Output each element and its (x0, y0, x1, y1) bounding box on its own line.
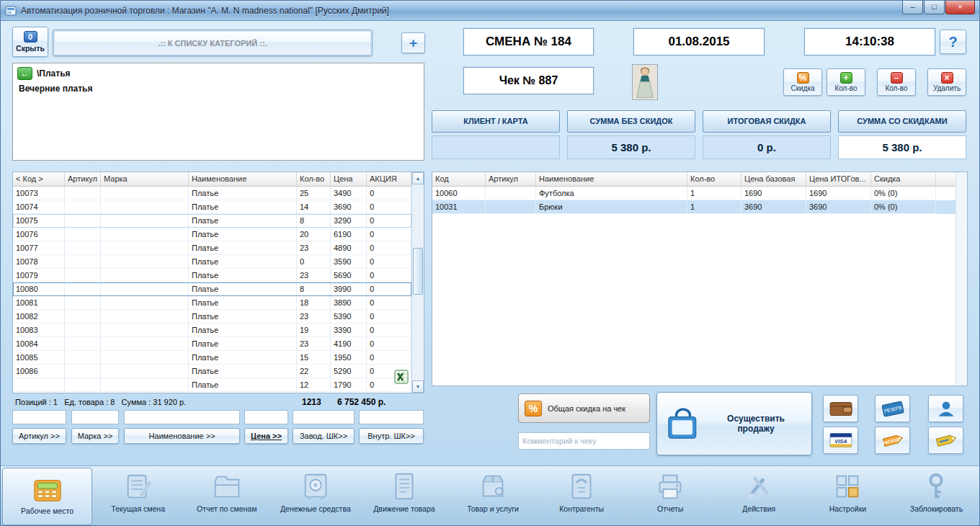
filter-button-2[interactable]: Наименование >> (124, 428, 240, 444)
catalog-status-bar: Позиций : 1 Ед. товара : 8 Сумма : 31 92… (12, 396, 424, 408)
sell-button[interactable]: Осуществить продажу (656, 392, 812, 455)
table-row[interactable]: 10073Платье2534900 (13, 187, 411, 200)
table-row[interactable]: 10085Платье1519500 (13, 351, 411, 365)
table-cell: 5390 (331, 310, 367, 324)
wallet-button[interactable] (823, 395, 858, 422)
scroll-up-icon[interactable]: ▲ (412, 172, 424, 184)
column-header[interactable]: Скидка (871, 172, 936, 186)
receipt-scrollbar-track[interactable] (956, 172, 967, 385)
safe-icon (299, 470, 332, 503)
column-header[interactable]: Код (432, 172, 486, 186)
table-row[interactable]: 10077Платье2348900 (13, 241, 411, 255)
scroll-down-icon[interactable]: ▼ (412, 380, 424, 393)
client-card-value (432, 135, 560, 159)
back-button[interactable]: ← (17, 67, 32, 80)
table-cell: Платье (189, 324, 297, 337)
table-row[interactable]: 10075Платье832900 (13, 214, 411, 228)
table-cell: 1950 (331, 351, 367, 365)
column-header[interactable]: < Код > (13, 172, 65, 186)
filter-input-2[interactable] (124, 410, 240, 424)
expense-button[interactable]: РАСХОД (875, 427, 910, 454)
toolbar-item-label: Текущая смена (111, 504, 165, 513)
table-row[interactable]: 10074Платье1436900 (13, 200, 411, 214)
table-row[interactable]: 10083Платье1933900 (13, 324, 411, 337)
table-cell (101, 296, 189, 310)
filter-button-0[interactable]: Артикул >> (12, 428, 66, 444)
close-button[interactable]: × (945, 1, 975, 14)
receipt-discount-button[interactable]: % Общая скидка на чек (518, 393, 650, 423)
table-row[interactable]: 10086Платье2252900 (13, 365, 411, 378)
toolbar-item-2[interactable]: Отчет по сменам (182, 466, 271, 526)
filter-input-4[interactable] (293, 410, 355, 424)
table-cell: Платье (189, 365, 297, 378)
toolbar-item-1[interactable]: Текущая смена (94, 466, 182, 526)
client-button[interactable] (928, 395, 963, 422)
column-header[interactable]: Артикул (486, 172, 536, 186)
date-box: 01.08.2015 (633, 28, 765, 55)
column-header[interactable]: Наименование (536, 172, 687, 186)
column-header[interactable]: Кол-во (297, 172, 331, 186)
filter-input-3[interactable] (244, 410, 288, 424)
table-row[interactable]: Платье1217900 (13, 378, 411, 392)
receipt-comment-input[interactable] (518, 432, 650, 450)
table-cell: 10031 (432, 200, 486, 214)
column-header[interactable]: Артикул (65, 172, 101, 186)
table-row[interactable]: 10081Платье1838900 (13, 296, 411, 310)
catalog-scrollbar[interactable]: ▲ ▼ (411, 172, 424, 393)
column-header[interactable]: Наименование (189, 172, 297, 186)
filter-button-1[interactable]: Марка >> (71, 428, 119, 444)
scroll-thumb[interactable] (413, 248, 423, 295)
help-button[interactable]: ? (940, 30, 966, 54)
toolbar-item-9[interactable]: Настройки (803, 466, 892, 526)
toolbar-item-3[interactable]: Денежные средства (271, 466, 360, 526)
quantity-increase-button[interactable]: + Кол-во (827, 68, 865, 96)
reserve-button[interactable]: РЕЗЕРВ (875, 395, 910, 422)
table-cell: Платье (189, 337, 297, 351)
hide-panel-button[interactable]: 0 Скрыть (12, 27, 48, 57)
table-row[interactable]: 10031Брюки1369036900% (0) (432, 200, 956, 214)
contacts-icon (565, 470, 598, 503)
delete-item-button[interactable]: × Удалить (927, 68, 966, 96)
discount-label: Скидка (790, 84, 814, 92)
toolbar-item-10[interactable]: Заблокировать (892, 466, 980, 526)
table-row[interactable]: 10082Платье2353900 (13, 310, 411, 324)
toolbar-item-7[interactable]: Отчеты (626, 466, 715, 526)
filter-input-0[interactable] (12, 410, 66, 424)
quantity-decrease-button[interactable]: – Кол-во (877, 68, 916, 96)
add-button[interactable]: + (401, 32, 425, 53)
excel-export-icon[interactable] (394, 370, 409, 384)
filter-button-4[interactable]: Завод. ШК>> (293, 428, 355, 444)
toolbar-item-5[interactable]: Товар и услуги (448, 466, 537, 526)
column-header[interactable]: Марка (101, 172, 189, 186)
table-row[interactable]: 10080Платье839900 (13, 282, 411, 296)
client-card-button[interactable]: КЛИЕНТ / КАРТА (432, 110, 560, 133)
notepad-icon (122, 470, 155, 503)
column-header[interactable]: Кол-во (687, 172, 741, 186)
column-header[interactable]: АКЦИЯ (367, 172, 411, 186)
filter-button-3[interactable]: Цена >> (244, 428, 288, 444)
column-header[interactable]: Цена (331, 172, 367, 186)
column-header[interactable]: Цена базовая (741, 172, 806, 186)
table-row[interactable]: 10078Платье035900 (13, 255, 411, 269)
toolbar-item-6[interactable]: Контрагенты (538, 466, 626, 526)
table-row[interactable]: 10079Платье2356900 (13, 269, 411, 282)
income-button[interactable] (928, 427, 963, 454)
toolbar-item-8[interactable]: Действия (715, 466, 803, 526)
category-item[interactable]: Вечерние платья (19, 84, 92, 94)
column-header[interactable]: Цена ИТОГов... (806, 172, 871, 186)
maximize-button[interactable]: □ (924, 1, 945, 14)
table-row[interactable]: 10076Платье2061900 (13, 228, 411, 241)
toolbar-item-4[interactable]: Движение товара (360, 466, 448, 526)
settings-icon (831, 470, 864, 503)
category-list-button[interactable]: .:: К СПИСКУ КАТЕГОРИЙ ::. (53, 30, 373, 56)
table-row[interactable]: 10060Футболка1169016900% (0) (432, 187, 956, 200)
minimize-button[interactable]: – (902, 1, 923, 14)
filter-input-1[interactable] (71, 410, 119, 424)
filter-input-5[interactable] (359, 410, 424, 424)
visa-button[interactable]: VISA (823, 427, 858, 454)
toolbar-item-0[interactable]: Рабочее место (2, 468, 92, 525)
toolbar-item-label: Отчеты (657, 504, 683, 513)
discount-item-button[interactable]: % Скидка (783, 68, 822, 96)
filter-button-5[interactable]: Внутр. ШК>> (359, 428, 424, 444)
table-row[interactable]: 10084Платье2341900 (13, 337, 411, 351)
